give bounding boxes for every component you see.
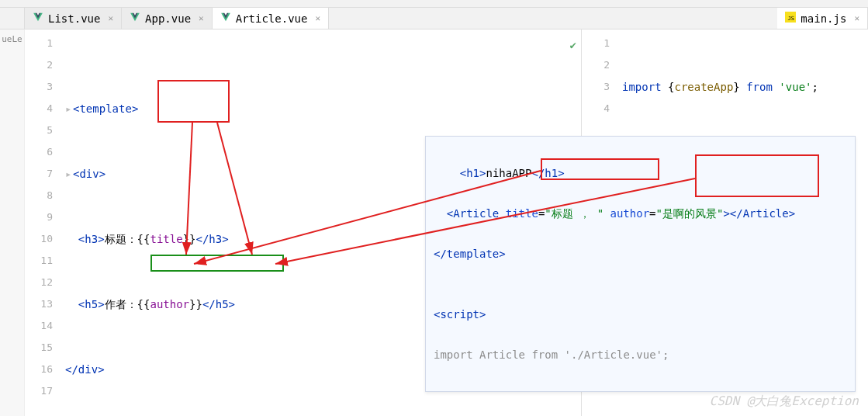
left-stub (0, 8, 25, 29)
close-icon[interactable]: ✕ (199, 13, 204, 23)
tab-app-vue[interactable]: App.vue ✕ (122, 8, 213, 29)
tab-label: App.vue (145, 12, 191, 25)
close-icon[interactable]: ✕ (315, 13, 320, 23)
js-icon: JS (785, 12, 796, 25)
overlay-snippet: <h1>nihaAPP</h1> <Article title="标题 ， " … (425, 136, 856, 392)
vue-icon (220, 12, 231, 25)
tab-label: main.js (801, 12, 846, 25)
tab-list-vue[interactable]: List.vue ✕ (25, 8, 122, 29)
tab-label: Article.vue (236, 12, 308, 25)
vue-icon (130, 12, 140, 25)
close-icon[interactable]: ✕ (108, 13, 113, 23)
vue-icon (33, 12, 43, 25)
close-icon[interactable]: ✕ (854, 13, 859, 23)
svg-text:JS: JS (788, 16, 794, 22)
tab-article-vue[interactable]: Article.vue ✕ (213, 8, 329, 29)
left-rail: ueLe (0, 29, 25, 416)
titlebar-stub (0, 0, 868, 8)
tab-label: List.vue (48, 12, 100, 25)
check-icon: ✔ (570, 34, 576, 56)
tabs-row: List.vue ✕ App.vue ✕ Article.vue ✕ JS ma… (0, 8, 868, 29)
tab-main-js[interactable]: JS main.js ✕ (777, 8, 868, 29)
gutter: 1234567891011121314151617 (25, 29, 59, 416)
